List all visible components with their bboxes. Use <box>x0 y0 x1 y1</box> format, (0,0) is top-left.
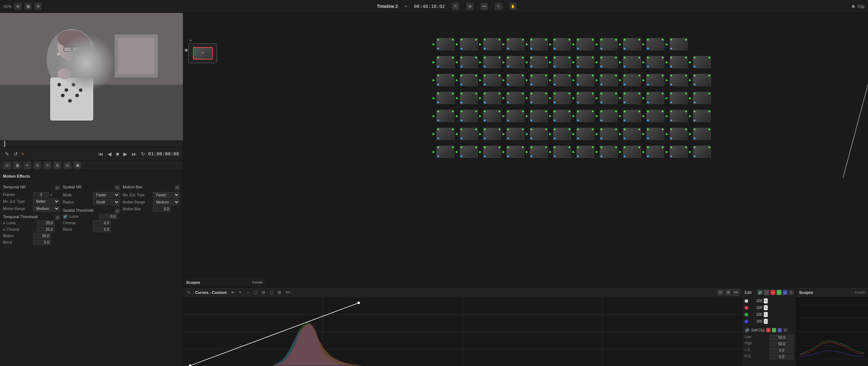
node-66[interactable]: 66 <box>553 128 571 140</box>
node-22[interactable]: 22 <box>646 56 664 68</box>
node-56[interactable]: 56 <box>600 110 618 122</box>
node-49[interactable]: 49 <box>437 110 454 122</box>
node-08[interactable]: 08 <box>576 38 594 50</box>
node-62[interactable]: 62 <box>460 128 478 140</box>
timeline-bar[interactable] <box>0 140 183 147</box>
spatial-link-btn[interactable]: 🔗 <box>63 214 68 219</box>
node-52[interactable]: 52 <box>506 110 524 122</box>
node-69[interactable]: 69 <box>623 128 641 140</box>
temporal-motion-input[interactable] <box>33 233 51 239</box>
node-28[interactable]: 28 <box>506 74 524 86</box>
sc-g-btn[interactable]: G <box>772 328 776 332</box>
node-77[interactable]: 77 <box>530 146 548 158</box>
cursor-icon[interactable]: ↖ <box>495 3 502 10</box>
skip-end-btn[interactable]: ⏭ <box>130 150 138 158</box>
node-06[interactable]: 06 <box>530 38 548 50</box>
layout-icon[interactable]: ▦ <box>24 3 32 10</box>
node-46[interactable]: 46 <box>646 92 664 104</box>
node-34[interactable]: 34 <box>646 74 664 86</box>
node-63[interactable]: 63 <box>483 128 501 140</box>
node-31[interactable]: 31 <box>576 74 594 86</box>
settings-icon[interactable]: ⚙ <box>34 3 42 10</box>
node-82[interactable]: 82 <box>646 146 664 158</box>
edit-b-btn[interactable]: B <box>783 290 788 295</box>
node-25[interactable]: 25 <box>437 74 454 86</box>
motion-blur-reset[interactable]: ↻ <box>175 185 180 190</box>
spatial-blend-input[interactable] <box>93 227 111 232</box>
mb-motion-range-select[interactable]: Medium <box>153 199 180 205</box>
node-20[interactable]: 20 <box>600 56 618 68</box>
node-17[interactable]: 17 <box>530 56 548 68</box>
curves-poly-btn[interactable]: ⬡ <box>252 289 259 296</box>
node-21[interactable]: 21 <box>623 56 641 68</box>
node-59[interactable]: 59 <box>670 110 688 122</box>
curves-gear-btn[interactable]: ⚙ <box>260 289 267 296</box>
motion-icon3[interactable]: ✦ <box>24 162 31 169</box>
node-18[interactable]: 18 <box>553 56 571 68</box>
sc-ls-value[interactable]: 0.0 <box>770 348 794 353</box>
node-12[interactable]: 12 <box>670 38 688 50</box>
curves-tool1[interactable]: ✎ <box>186 289 192 296</box>
refresh-icon[interactable]: ↻ <box>452 3 459 10</box>
temporal-threshold-reset[interactable]: ↻ <box>55 215 60 220</box>
node-57[interactable]: 57 <box>623 110 641 122</box>
node-54[interactable]: 54 <box>553 110 571 122</box>
zoom-icon[interactable]: ⊞ <box>14 3 22 10</box>
node-55[interactable]: 55 <box>576 110 594 122</box>
node-02[interactable]: 02 <box>437 38 454 50</box>
node-42[interactable]: 42 <box>553 92 571 104</box>
node-39[interactable]: 39 <box>483 92 501 104</box>
node-19[interactable]: 19 <box>576 56 594 68</box>
motion-icon2[interactable]: ▦ <box>14 162 21 169</box>
prev-frame-btn[interactable]: ◀ <box>106 150 113 158</box>
node-73[interactable]: 73 <box>437 146 454 158</box>
temporal-chroma-input[interactable] <box>37 227 55 232</box>
node-30[interactable]: 30 <box>553 74 571 86</box>
node-81[interactable]: 81 <box>623 146 641 158</box>
node-50[interactable]: 50 <box>460 110 478 122</box>
delete-btn[interactable]: ✕ <box>21 151 24 156</box>
motion-icon7[interactable]: ⊟ <box>64 162 71 169</box>
curves-pen-btn[interactable]: ✒ <box>230 289 236 296</box>
node-47[interactable]: 47 <box>670 92 688 104</box>
curves-export-btn[interactable]: ⬡ <box>268 289 275 296</box>
node-27[interactable]: 27 <box>483 74 501 86</box>
curve-btn[interactable]: ↺ <box>12 150 19 158</box>
edit-btn[interactable]: ✎ <box>4 150 11 158</box>
node-16[interactable]: 16 <box>506 56 524 68</box>
node-75[interactable]: 75 <box>483 146 501 158</box>
spatial-radius-select[interactable]: Small <box>93 199 120 205</box>
motion-icon5[interactable]: ↻ <box>44 162 51 169</box>
motion-icon4[interactable]: ⊕ <box>34 162 41 169</box>
dropdown-arrow[interactable]: ▾ <box>405 4 407 8</box>
node-58[interactable]: 58 <box>646 110 664 122</box>
layout2-icon[interactable]: ⊞ <box>466 3 473 10</box>
edit-link-btn[interactable]: 🔗 <box>758 290 763 295</box>
mb-motion-blur-input[interactable] <box>153 206 171 212</box>
node-65[interactable]: 65 <box>530 128 548 140</box>
sc-low-value[interactable]: 50.0 <box>770 335 794 340</box>
node-07[interactable]: 07 <box>553 38 571 50</box>
spatial-threshold-reset[interactable]: ↻ <box>115 208 120 214</box>
node-10[interactable]: 10 <box>623 38 641 50</box>
node-74[interactable]: 74 <box>460 146 478 158</box>
spatial-chroma-input[interactable] <box>93 220 111 226</box>
sc-b-btn[interactable]: B <box>778 328 782 332</box>
node-40[interactable]: 40 <box>506 92 524 104</box>
curves-layer-btn[interactable]: ⊞ <box>276 289 283 296</box>
node-14[interactable]: 14 <box>460 56 478 68</box>
node-60[interactable]: 60 <box>693 110 711 122</box>
node-24[interactable]: 24 <box>693 56 711 68</box>
temporal-nr-reset[interactable]: ↻ <box>55 185 60 190</box>
node-72[interactable]: 72 <box>693 128 711 140</box>
node-35[interactable]: 35 <box>670 74 688 86</box>
node-83[interactable]: 83 <box>670 146 688 158</box>
edit-y-btn[interactable]: Y <box>764 290 769 295</box>
node-11[interactable]: 11 <box>646 38 664 50</box>
node-43[interactable]: 43 <box>576 92 594 104</box>
node-48[interactable]: 48 <box>693 92 711 104</box>
node-38[interactable]: 38 <box>460 92 478 104</box>
node-71[interactable]: 71 <box>670 128 688 140</box>
more-icon[interactable]: ••• <box>481 3 488 10</box>
node-61[interactable]: 61 <box>437 128 454 140</box>
